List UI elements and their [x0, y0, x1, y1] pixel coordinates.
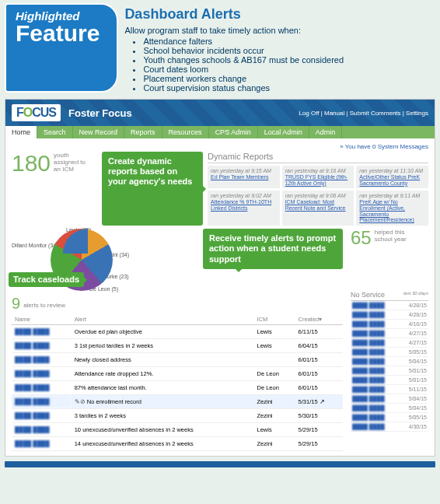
- alert-student[interactable]: ████ ████: [12, 353, 72, 367]
- service-student[interactable]: ████ ████: [351, 394, 400, 404]
- alert-text: Newly closed address: [72, 353, 254, 367]
- service-row[interactable]: ████ ████4/27/15: [351, 338, 428, 348]
- service-date: 5/04/15: [400, 404, 429, 413]
- tab-reports[interactable]: Reports: [124, 126, 162, 138]
- service-student[interactable]: ████ ████: [351, 422, 400, 432]
- service-student[interactable]: ████ ████: [351, 329, 400, 338]
- alert-student[interactable]: ████ ████: [12, 367, 72, 381]
- alerts-col[interactable]: Alert: [72, 314, 254, 325]
- service-student[interactable]: ████ ████: [351, 366, 400, 376]
- service-row[interactable]: ████ ████4/27/15: [351, 329, 428, 338]
- helped-stat: 65 helped thisschool year: [351, 229, 428, 291]
- feature-bullet: Court dates loom: [143, 65, 344, 74]
- service-row[interactable]: ████ ████5/04/15: [351, 404, 428, 413]
- report-link[interactable]: Active/Other Status PreK Sacramento Coun…: [359, 174, 425, 186]
- callout-reports: Create dynamic reports based on your age…: [102, 152, 203, 226]
- service-date: 4/16/15: [400, 320, 429, 329]
- service-student[interactable]: ████ ████: [351, 404, 400, 413]
- tab-cps-admin[interactable]: CPS Admin: [209, 126, 258, 138]
- alert-row[interactable]: ████ ████Overdue ed plan objectiveLewis6…: [12, 325, 343, 339]
- service-row[interactable]: ████ ████5/05/15: [351, 413, 428, 422]
- alert-row[interactable]: ████ ████87% attendance last month.De Le…: [12, 381, 343, 395]
- caseloads-chart: Lewis (29)Dillard Monitor (34)Zezini (34…: [12, 229, 152, 291]
- alert-row[interactable]: ████ ████14 unexcused/unverified absence…: [12, 437, 343, 451]
- feature-bullets: Attendance faltersSchool behavior incide…: [124, 37, 344, 93]
- service-student[interactable]: ████ ████: [351, 301, 400, 310]
- service-date: 5/04/15: [400, 357, 429, 366]
- tab-new-record[interactable]: New Record: [73, 126, 125, 138]
- service-date: 4/28/15: [400, 301, 429, 310]
- report-link[interactable]: TRUSD FYS Eligible (9th-12th Active Only…: [285, 174, 351, 186]
- tab-search[interactable]: Search: [37, 126, 73, 138]
- service-row[interactable]: ████ ████5/01/15: [351, 366, 428, 376]
- alerts-panel: 9 alerts to review NameAlertICMCreated▾ …: [12, 296, 343, 451]
- alert-student[interactable]: ████ ████: [12, 339, 72, 353]
- service-row[interactable]: ████ ████4/28/15: [351, 301, 428, 310]
- system-messages-link[interactable]: » You have 0 System Messages: [12, 143, 428, 150]
- report-link[interactable]: ICM Caseload: Most Recent Note and Servi…: [285, 199, 351, 211]
- alert-row[interactable]: ████ ████10 unexcused/unverified absence…: [12, 423, 343, 437]
- service-row[interactable]: ████ ████4/28/15: [351, 310, 428, 320]
- alerts-col[interactable]: Name: [12, 314, 72, 325]
- alert-row[interactable]: ████ ████Newly closed address6/01/15: [12, 353, 343, 367]
- alerts-table: NameAlertICMCreated▾ ████ ████Overdue ed…: [12, 314, 343, 451]
- alert-student[interactable]: ████ ████: [12, 395, 72, 409]
- alert-date: 5/29/15: [295, 423, 343, 437]
- util-link[interactable]: Settings: [406, 110, 428, 117]
- service-row[interactable]: ████ ████5/11/15: [351, 385, 428, 394]
- service-row[interactable]: ████ ████5/05/15: [351, 348, 428, 357]
- service-date: 5/01/15: [400, 376, 429, 385]
- service-date: 5/11/15: [400, 385, 429, 394]
- dynamic-reports: Dynamic Reports ran yesterday at 9:15 AM…: [208, 152, 428, 226]
- feature-title: Dashboard Alerts: [124, 6, 344, 23]
- alert-student[interactable]: ████ ████: [12, 409, 72, 423]
- alert-date: 6/11/15: [295, 325, 343, 339]
- youth-stat: 180 youthassigned toan ICM: [12, 152, 97, 226]
- alert-student[interactable]: ████ ████: [12, 381, 72, 395]
- service-student[interactable]: ████ ████: [351, 310, 400, 320]
- service-student[interactable]: ████ ████: [351, 357, 400, 366]
- alert-text: 10 unexcused/unverified absences in 2 we…: [72, 423, 254, 437]
- service-row[interactable]: ████ ████5/04/15: [351, 394, 428, 404]
- alert-student[interactable]: ████ ████: [12, 437, 72, 451]
- alert-row[interactable]: ████ ████✎⊘ No enrollment recordZezini5/…: [12, 395, 343, 409]
- tab-admin[interactable]: Admin: [309, 126, 343, 138]
- alert-student[interactable]: ████ ████: [12, 423, 72, 437]
- service-row[interactable]: ████ ████4/16/15: [351, 320, 428, 329]
- service-student[interactable]: ████ ████: [351, 413, 400, 422]
- alerts-col[interactable]: ICM: [254, 314, 295, 325]
- alert-row[interactable]: ████ ████3 1st period tardies in 2 weeks…: [12, 339, 343, 353]
- util-link[interactable]: Manual: [324, 110, 344, 117]
- tab-home[interactable]: Home: [5, 126, 37, 138]
- feature-bullet: Court supervision status changes: [143, 83, 344, 93]
- alert-date: 6/01/15: [295, 381, 343, 395]
- util-link[interactable]: Log Off: [299, 110, 319, 117]
- report-link[interactable]: Ed Plan Team Members: [211, 174, 277, 180]
- service-row[interactable]: ████ ████4/30/15: [351, 422, 428, 432]
- callout-alerts: Receive timely alerts to prompt action w…: [203, 229, 343, 269]
- service-row[interactable]: ████ ████5/04/15: [351, 357, 428, 366]
- service-date: 5/01/15: [400, 366, 429, 376]
- service-row[interactable]: ████ ████5/01/15: [351, 376, 428, 385]
- alert-text: 14 unexcused/unverified absences in 2 we…: [72, 437, 254, 451]
- service-student[interactable]: ████ ████: [351, 338, 400, 348]
- tab-local-admin[interactable]: Local Admin: [258, 126, 309, 138]
- service-student[interactable]: ████ ████: [351, 348, 400, 357]
- alert-icm: Zezini: [254, 409, 295, 423]
- service-student[interactable]: ████ ████: [351, 385, 400, 394]
- feature-description: Dashboard Alerts Allow program staff to …: [124, 3, 344, 93]
- report-link[interactable]: PreK Age w/ No Enrollment (Active, Sacra…: [359, 199, 425, 223]
- alert-date: 5/30/15: [295, 409, 343, 423]
- alert-row[interactable]: ████ ████Attendance rate dropped 12%.De …: [12, 367, 343, 381]
- reports-title: Dynamic Reports: [208, 152, 428, 163]
- service-student[interactable]: ████ ████: [351, 376, 400, 385]
- alert-student[interactable]: ████ ████: [12, 325, 72, 339]
- report-link[interactable]: Attendance % 9TH-10TH Linked Districts: [211, 199, 277, 211]
- alert-row[interactable]: ████ ████3 tardies in 2 weeksZezini5/30/…: [12, 409, 343, 423]
- service-student[interactable]: ████ ████: [351, 320, 400, 329]
- util-link[interactable]: Submit Comments: [350, 110, 401, 117]
- report-card: ran yesterday at 9:06 AMICM Caseload: Mo…: [282, 191, 354, 226]
- alerts-col[interactable]: Created▾: [295, 314, 343, 325]
- tab-resources[interactable]: Resources: [162, 126, 209, 138]
- feature-badge: Highlighted Feature: [5, 3, 118, 93]
